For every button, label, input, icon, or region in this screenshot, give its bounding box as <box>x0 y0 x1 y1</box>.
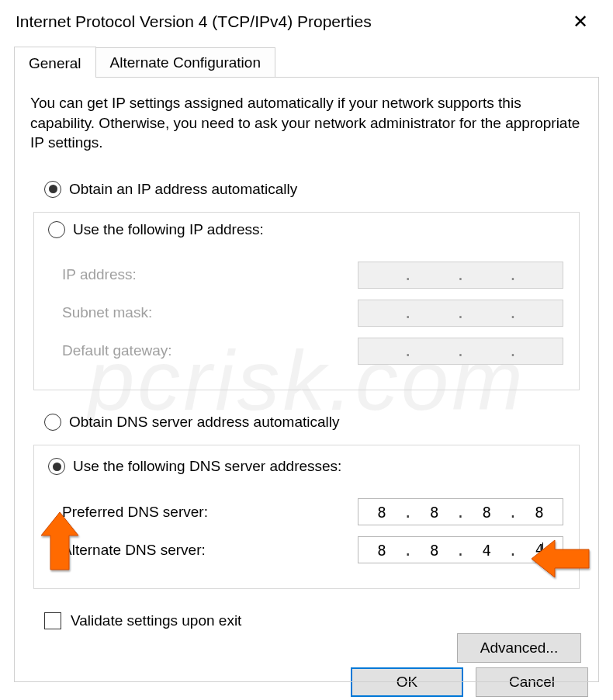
radio-label: Obtain DNS server address automatically <box>69 414 339 431</box>
radio-icon[interactable] <box>44 181 61 198</box>
advanced-button[interactable]: Advanced... <box>457 633 581 663</box>
radio-use-following-dns[interactable]: Use the following DNS server addresses: <box>48 458 348 475</box>
radio-use-following-ip[interactable]: Use the following IP address: <box>48 221 270 238</box>
panel-general: pcrisk.com You can get IP settings assig… <box>14 77 599 682</box>
octet[interactable]: 8 <box>524 504 555 521</box>
subnet-mask-label: Subnet mask: <box>62 304 358 321</box>
ip-address-input: . . . <box>358 262 563 289</box>
validate-label: Validate settings upon exit <box>71 612 241 629</box>
default-gateway-label: Default gateway: <box>62 342 358 359</box>
radio-obtain-ip-auto[interactable]: Obtain an IP address automatically <box>44 181 583 198</box>
preferred-dns-input[interactable]: 8. 8. 8. 8 <box>358 498 563 525</box>
close-icon[interactable]: ✕ <box>563 8 597 36</box>
radio-obtain-dns-auto[interactable]: Obtain DNS server address automatically <box>44 414 583 431</box>
alternate-dns-label: Alternate DNS server: <box>62 542 358 559</box>
checkbox-icon[interactable] <box>44 612 61 629</box>
window-title: Internet Protocol Version 4 (TCP/IPv4) P… <box>16 12 563 31</box>
radio-label: Use the following IP address: <box>73 221 264 238</box>
dns-group: Use the following DNS server addresses: … <box>33 445 580 590</box>
radio-icon[interactable] <box>48 458 65 475</box>
default-gateway-input: . . . <box>358 338 563 365</box>
text-caret <box>542 542 543 560</box>
tab-alternate[interactable]: Alternate Configuration <box>95 47 275 77</box>
radio-icon[interactable] <box>48 221 65 238</box>
subnet-mask-input: . . . <box>358 300 563 327</box>
validate-checkbox-row[interactable]: Validate settings upon exit <box>44 612 583 629</box>
octet[interactable]: 8 <box>471 504 502 521</box>
field-preferred-dns: Preferred DNS server: 8. 8. 8. 8 <box>62 498 563 525</box>
octet[interactable]: 8 <box>366 542 397 559</box>
radio-label: Obtain an IP address automatically <box>69 181 297 198</box>
tabs: General Alternate Configuration <box>14 43 599 77</box>
intro-text: You can get IP settings assigned automat… <box>30 93 583 153</box>
alternate-dns-input[interactable]: 8. 8. 4. 4 <box>358 536 563 563</box>
radio-icon[interactable] <box>44 414 61 431</box>
ip-group: Use the following IP address: IP address… <box>33 212 580 390</box>
field-alternate-dns: Alternate DNS server: 8. 8. 4. 4 <box>62 536 563 563</box>
octet[interactable]: 4 <box>524 541 555 560</box>
field-default-gateway: Default gateway: . . . <box>62 338 563 365</box>
field-ip-address: IP address: . . . <box>62 262 563 289</box>
titlebar: Internet Protocol Version 4 (TCP/IPv4) P… <box>0 0 613 43</box>
ip-address-label: IP address: <box>62 266 358 283</box>
octet[interactable]: 4 <box>471 542 502 559</box>
field-subnet-mask: Subnet mask: . . . <box>62 300 563 327</box>
octet[interactable]: 8 <box>419 504 450 521</box>
tabs-container: General Alternate Configuration <box>0 43 613 77</box>
preferred-dns-label: Preferred DNS server: <box>62 504 358 521</box>
radio-label: Use the following DNS server addresses: <box>73 458 341 475</box>
octet[interactable]: 8 <box>366 504 397 521</box>
octet[interactable]: 8 <box>419 542 450 559</box>
tab-general[interactable]: General <box>14 47 96 78</box>
